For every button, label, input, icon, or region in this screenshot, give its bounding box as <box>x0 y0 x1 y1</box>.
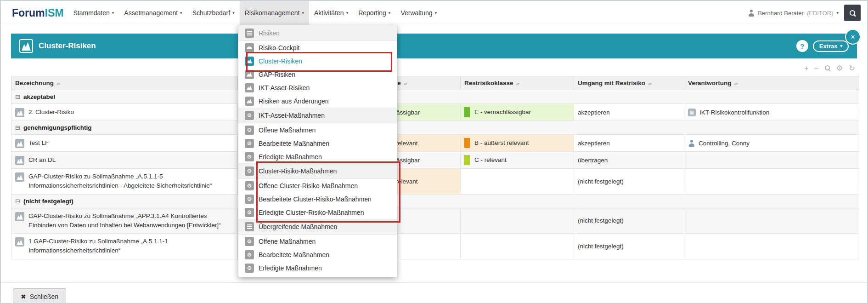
nav-item-stammdaten[interactable]: Stammdaten▾ <box>68 1 119 25</box>
cluster-risk-icon <box>15 156 24 165</box>
handling-value: (nicht festgelegt) <box>578 217 624 224</box>
table-group-row[interactable]: ⊟akzeptabel <box>11 90 859 104</box>
responsibility-value: IKT-Risikokontrollfunktion <box>699 109 769 116</box>
app-window: ForumISM Stammdaten▾ Assetmanagement▾ Sc… <box>0 0 868 304</box>
table-search-icon[interactable] <box>824 65 831 71</box>
menu-item-bearbeitete-cluster-risiko-massnahmen[interactable]: ⚙ Bearbeitete Cluster-Risiko-Maßnahmen <box>238 192 397 206</box>
menu-item-bearbeitete-massnahmen-2[interactable]: ⚙ Bearbeitete Maßnahmen <box>238 248 397 261</box>
group-label: (nicht festgelegt) <box>23 198 73 205</box>
menu-item-cluster-risiken[interactable]: Cluster-Risiken <box>238 54 397 68</box>
close-page-button[interactable]: ✕ <box>845 29 861 45</box>
responsibility-value: Controlling, Conny <box>699 140 750 147</box>
menu-item-risiken-aus-aenderungen[interactable]: Risiken aus Änderungen <box>238 94 397 108</box>
gear-icon: ⚙ <box>245 181 254 190</box>
menu-item-erledigte-massnahmen-2[interactable]: ⚙ Erledigte Maßnahmen <box>238 261 397 275</box>
table-group-row[interactable]: ⊟genehmigungspflichtig <box>11 121 859 135</box>
menu-item-label: Offene Maßnahmen <box>259 238 316 245</box>
column-label: Bezeichnung <box>15 80 54 86</box>
chevron-down-icon: ▾ <box>302 11 304 15</box>
app-logo[interactable]: ForumISM <box>12 7 63 19</box>
table-row[interactable]: GAP-Cluster-Risiko zu Sollmaßnahme „APP.… <box>11 208 859 234</box>
table-row[interactable]: 2. Cluster-Risiko E - vernachlässigbar E… <box>11 104 859 121</box>
collapse-all-icon[interactable]: − <box>814 64 819 72</box>
nav-item-verwaltung[interactable]: Verwaltung▾ <box>395 1 442 25</box>
logo-part-ism: ISM <box>45 7 64 19</box>
nav-item-assetmanagement[interactable]: Assetmanagement▾ <box>119 1 187 25</box>
risk-title[interactable]: Test LF <box>28 138 49 148</box>
help-button[interactable]: ? <box>796 40 808 52</box>
nav-item-aktivitaeten[interactable]: Aktivitäten▾ <box>309 1 353 25</box>
handling-value: (nicht festgelegt) <box>578 243 624 250</box>
menu-item-label: Cluster-Risiken <box>259 57 302 65</box>
chevron-down-icon: ▾ <box>346 11 349 15</box>
chevron-down-icon: ▾ <box>180 11 182 15</box>
menu-section-cluster-risiko-massnahmen[interactable]: ⚙ Cluster-Risiko-Maßnahmen <box>238 163 397 179</box>
nav-item-schutzbedarf[interactable]: Schutzbedarf▾ <box>187 1 240 25</box>
menu-section-ikt-asset-massnahmen[interactable]: ⚙ IKT-Asset-Maßnahmen <box>238 108 397 123</box>
menu-item-erledigte-massnahmen[interactable]: ⚙ Erledigte Maßnahmen <box>238 150 397 163</box>
list-icon <box>245 29 254 38</box>
table-group-row[interactable]: ⊟(nicht festgelegt) <box>11 194 859 208</box>
gauge-icon <box>245 43 254 52</box>
risk-color-block <box>464 107 470 117</box>
menu-item-offene-massnahmen-2[interactable]: ⚙ Offene Maßnahmen <box>238 235 397 248</box>
gear-icon: ⚙ <box>245 250 254 259</box>
menu-item-ikt-asset-risiken[interactable]: IKT-Asset-Risiken <box>238 81 397 94</box>
column-label: Umgang mit Restrisiko <box>578 80 645 86</box>
menu-item-offene-cluster-risiko-massnahmen[interactable]: ⚙ Offene Cluster-Risiko-Maßnahmen <box>238 179 397 192</box>
collapse-group-icon[interactable]: ⊟ <box>15 124 20 131</box>
table-row[interactable]: GAP-Cluster-Risiko zu Sollmaßnahme „A.5.… <box>11 169 859 195</box>
column-header-bezeichnung[interactable]: Bezeichnung▴▾ <box>11 76 238 90</box>
menu-item-offene-massnahmen[interactable]: ⚙ Offene Maßnahmen <box>238 123 397 137</box>
table-row[interactable]: 1 GAP-Cluster-Risiko zu Sollmaßnahme „A.… <box>11 234 859 259</box>
cluster-risk-icon <box>15 139 24 148</box>
page-title: Cluster-Risiken <box>39 41 96 51</box>
risk-title[interactable]: 1 GAP-Cluster-Risiko zu Sollmaßnahme „A.… <box>28 237 234 256</box>
menu-item-label: Erledigte Cluster-Risiko-Maßnahmen <box>259 209 364 216</box>
column-header-verantwortung[interactable]: Verantwortung▴▾ <box>684 76 859 90</box>
refresh-icon[interactable]: ↻ <box>849 64 855 72</box>
menu-item-bearbeitete-massnahmen[interactable]: ⚙ Bearbeitete Maßnahmen <box>238 137 397 150</box>
change-risk-icon <box>245 97 254 106</box>
user-menu[interactable]: Bernhard Berater (EDITOR) ▾ <box>748 10 839 17</box>
table-row[interactable]: Test LF B - äußerst relevant B - äußerst… <box>11 135 859 152</box>
cluster-risk-icon <box>15 172 24 182</box>
risk-title[interactable]: GAP-Cluster-Risiko zu Sollmaßnahme „A.5.… <box>28 172 234 191</box>
risk-title[interactable]: GAP-Cluster-Risiko zu Sollmaßnahme „APP.… <box>28 212 234 230</box>
residual-risk-value: C - relevant <box>474 156 507 163</box>
schliessen-button[interactable]: ✖ Schließen <box>13 288 66 304</box>
risk-title[interactable]: CR an DL <box>28 155 56 165</box>
column-header-restrisikoklasse[interactable]: Restrisikoklasse▴▾ <box>461 76 574 90</box>
sort-icon: ▴▾ <box>516 81 519 86</box>
menu-section-label: IKT-Asset-Maßnahmen <box>259 112 325 119</box>
column-header-umgang[interactable]: Umgang mit Restrisiko▴▾ <box>574 76 684 90</box>
chevron-down-icon: ▾ <box>232 11 235 15</box>
logo-part-forum: Forum <box>12 7 45 19</box>
cluster-risk-icon <box>15 108 24 117</box>
collapse-group-icon[interactable]: ⊟ <box>15 198 20 205</box>
risk-title[interactable]: 2. Cluster-Risiko <box>28 108 74 117</box>
expand-all-icon[interactable]: + <box>804 64 809 72</box>
settings-icon[interactable]: ⚙ <box>836 64 843 72</box>
menu-item-label: Risiko-Cockpit <box>259 44 299 52</box>
chevron-down-icon: ▾ <box>836 11 839 15</box>
collapse-group-icon[interactable]: ⊟ <box>15 93 20 100</box>
menu-item-risiko-cockpit[interactable]: Risiko-Cockpit <box>238 41 397 54</box>
extras-button[interactable]: Extras ▾ <box>813 40 849 52</box>
risk-color-block <box>464 155 470 165</box>
table-header-row: Bezeichnung▴▾ Risikoklasse▴▾ Restrisikok… <box>11 76 859 90</box>
menu-item-erledigte-cluster-risiko-massnahmen[interactable]: ⚙ Erledigte Cluster-Risiko-Maßnahmen <box>238 206 397 219</box>
nav-item-risikomanagement[interactable]: Risikomanagement▾ <box>240 1 309 25</box>
nav-item-reporting[interactable]: Reporting▾ <box>353 1 395 25</box>
handling-value: (nicht festgelegt) <box>578 178 624 185</box>
table-row[interactable]: CR an DL E - vernachlässigbar C - releva… <box>11 152 859 169</box>
menu-item-gap-risiken[interactable]: GAP-Risiken <box>238 68 397 81</box>
column-label: Restrisikoklasse <box>464 80 513 86</box>
menu-item-label: Offene Maßnahmen <box>259 126 316 134</box>
menu-section-uebergreifende-massnahmen[interactable]: Übergreifende Maßnahmen <box>238 219 397 235</box>
user-name: Bernhard Berater <box>758 10 804 17</box>
global-search-button[interactable] <box>844 5 861 21</box>
function-icon: ▦ <box>688 109 696 116</box>
group-label: akzeptabel <box>23 93 55 100</box>
menu-item-label: Risiken aus Änderungen <box>259 98 329 105</box>
